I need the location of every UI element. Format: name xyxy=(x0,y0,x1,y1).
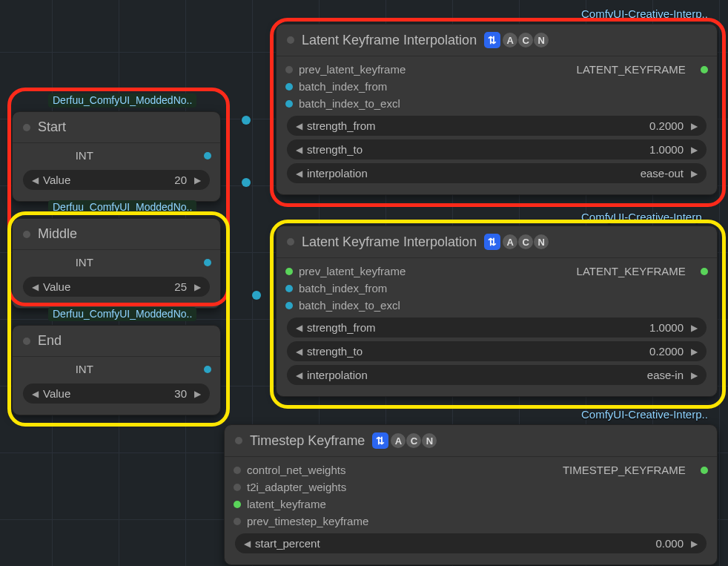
node-package-tag: Derfuu_ComfyUI_ModdedNo.. xyxy=(48,307,196,321)
input-port-icon[interactable] xyxy=(234,467,241,474)
wire-junction xyxy=(242,116,251,125)
node-middle[interactable]: Middle INT ◀Value25▶ xyxy=(12,218,221,309)
node-badges: ⇅ ACN xyxy=(484,234,549,250)
input-label: prev_timestep_keyframe xyxy=(247,515,368,527)
node-package-tag: ComfyUI-Creative-Interp.. xyxy=(581,7,708,20)
widget-label: strength_to xyxy=(307,345,363,358)
badge-n: N xyxy=(534,33,549,47)
input-port-icon[interactable] xyxy=(285,285,293,292)
collapse-icon[interactable] xyxy=(23,124,30,131)
output-label: INT xyxy=(76,256,93,269)
decrement-icon[interactable]: ◀ xyxy=(244,539,251,549)
input-label: batch_index_from xyxy=(299,80,387,93)
node-timestep-keyframe[interactable]: Timestep Keyframe ⇅ ACN control_net_weig… xyxy=(224,424,718,565)
collapse-icon[interactable] xyxy=(287,36,294,44)
value-widget[interactable]: ◀Value20▶ xyxy=(23,170,210,190)
increment-icon[interactable]: ▶ xyxy=(194,389,201,399)
widget-label: Value xyxy=(43,174,70,186)
badge-c: C xyxy=(518,234,533,249)
collapse-icon[interactable] xyxy=(23,231,30,238)
node-title-text: Middle xyxy=(38,226,77,242)
collapse-icon[interactable] xyxy=(235,437,242,444)
increment-icon[interactable]: ▶ xyxy=(691,539,698,549)
decrement-icon[interactable]: ◀ xyxy=(32,389,39,399)
strength-from-widget[interactable]: ◀strength_from1.0000▶ xyxy=(287,317,707,338)
input-port-icon[interactable] xyxy=(285,83,293,91)
decrement-icon[interactable]: ◀ xyxy=(32,175,39,185)
widget-value: 20 xyxy=(174,174,187,186)
increment-icon[interactable]: ▶ xyxy=(691,145,698,155)
output-label: INT xyxy=(76,149,93,162)
widget-value: ease-in xyxy=(647,369,684,381)
increment-icon[interactable]: ▶ xyxy=(194,175,201,185)
widget-label: strength_from xyxy=(307,119,376,132)
input-port-icon[interactable] xyxy=(234,484,241,491)
output-port-icon[interactable] xyxy=(204,152,211,159)
strength-from-widget[interactable]: ◀strength_from0.2000▶ xyxy=(287,116,707,136)
increment-icon[interactable]: ▶ xyxy=(691,121,698,131)
output-port-icon[interactable] xyxy=(701,467,708,474)
output-label: TIMESTEP_KEYFRAME xyxy=(563,464,686,476)
input-port-icon[interactable] xyxy=(285,100,293,108)
collapse-icon[interactable] xyxy=(23,338,30,345)
decrement-icon[interactable]: ◀ xyxy=(296,346,302,357)
node-package-tag: Derfuu_ComfyUI_ModdedNo.. xyxy=(48,93,196,108)
interpolation-widget[interactable]: ◀interpolationease-out▶ xyxy=(287,163,707,183)
badge-c: C xyxy=(518,33,533,47)
decrement-icon[interactable]: ◀ xyxy=(32,282,39,292)
widget-label: Value xyxy=(43,280,70,293)
decrement-icon[interactable]: ◀ xyxy=(296,145,302,155)
strength-to-widget[interactable]: ◀strength_to0.2000▶ xyxy=(287,341,707,361)
node-latent-keyframe-interpolation-2[interactable]: Latent Keyframe Interpolation ⇅ ACN prev… xyxy=(276,226,718,397)
badge-c: C xyxy=(406,433,421,448)
output-port-icon[interactable] xyxy=(204,366,211,373)
widget-value: 25 xyxy=(174,280,187,293)
widget-value: 0.2000 xyxy=(649,345,684,358)
start-percent-widget[interactable]: ◀start_percent0.000▶ xyxy=(235,533,707,553)
decrement-icon[interactable]: ◀ xyxy=(296,323,302,333)
node-latent-keyframe-interpolation-1[interactable]: Latent Keyframe Interpolation ⇅ ACN prev… xyxy=(276,24,718,195)
input-port-icon[interactable] xyxy=(285,268,293,275)
node-title-text: Start xyxy=(38,119,66,135)
badge-n: N xyxy=(534,234,549,249)
increment-icon[interactable]: ▶ xyxy=(691,168,698,179)
widget-value: ease-out xyxy=(641,167,684,180)
widget-label: interpolation xyxy=(307,167,368,180)
widget-label: start_percent xyxy=(255,537,320,550)
value-widget[interactable]: ◀Value25▶ xyxy=(23,277,210,297)
strength-to-widget[interactable]: ◀strength_to1.0000▶ xyxy=(287,139,707,159)
node-title-text: Latent Keyframe Interpolation xyxy=(302,234,477,250)
input-port-icon[interactable] xyxy=(234,518,241,525)
widget-value: 30 xyxy=(174,387,187,400)
output-label: LATENT_KEYFRAME xyxy=(577,265,686,277)
output-port-icon[interactable] xyxy=(204,259,211,266)
increment-icon[interactable]: ▶ xyxy=(691,323,698,333)
output-port-icon[interactable] xyxy=(701,66,708,73)
input-label: batch_index_to_excl xyxy=(299,97,400,110)
output-port-icon[interactable] xyxy=(701,268,708,275)
input-label: control_net_weights xyxy=(247,464,345,476)
input-port-icon[interactable] xyxy=(285,66,293,73)
decrement-icon[interactable]: ◀ xyxy=(296,121,302,131)
collapse-icon[interactable] xyxy=(287,238,294,246)
widget-value: 1.0000 xyxy=(649,321,684,334)
input-port-icon[interactable] xyxy=(234,501,241,508)
node-title-text: Timestep Keyframe xyxy=(250,433,365,449)
value-widget[interactable]: ◀Value30▶ xyxy=(23,384,210,404)
badge-a: A xyxy=(503,33,517,47)
badge-n: N xyxy=(422,433,437,448)
decrement-icon[interactable]: ◀ xyxy=(296,370,302,381)
decrement-icon[interactable]: ◀ xyxy=(296,168,302,179)
increment-icon[interactable]: ▶ xyxy=(194,282,201,292)
node-end[interactable]: End INT ◀Value30▶ xyxy=(12,325,221,415)
input-port-icon[interactable] xyxy=(285,302,293,309)
increment-icon[interactable]: ▶ xyxy=(691,346,698,357)
node-start[interactable]: Start INT ◀Value20▶ xyxy=(12,111,221,202)
node-package-tag: Derfuu_ComfyUI_ModdedNo.. xyxy=(48,200,196,214)
interpolation-widget[interactable]: ◀interpolationease-in▶ xyxy=(287,365,707,385)
output-label: INT xyxy=(76,363,93,375)
badge-a: A xyxy=(503,234,517,249)
input-label: latent_keyframe xyxy=(247,498,326,510)
increment-icon[interactable]: ▶ xyxy=(691,370,698,381)
node-icon: ⇅ xyxy=(372,432,388,449)
